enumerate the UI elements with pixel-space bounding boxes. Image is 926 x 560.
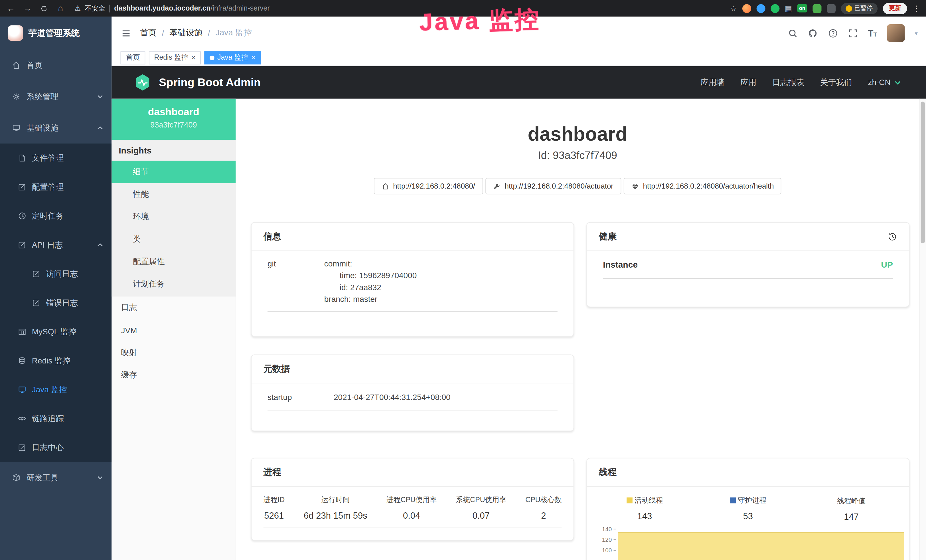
legend-value: 143 bbox=[593, 511, 696, 521]
process-col-proc-cpu: 进程CPU使用率0.04 bbox=[386, 495, 437, 520]
legend-label: 守护进程 bbox=[738, 495, 766, 505]
tab-java-monitor[interactable]: Java 监控× bbox=[204, 51, 261, 64]
avatar-caret-icon[interactable]: ▾ bbox=[915, 30, 918, 36]
breadcrumb-home[interactable]: 首页 bbox=[140, 28, 157, 38]
process-table: 进程ID5261 运行时间6d 23h 15m 59s 进程CPU使用率0.04… bbox=[263, 487, 562, 528]
chevron-down-icon bbox=[97, 93, 103, 100]
extension-green-icon[interactable] bbox=[770, 4, 779, 12]
threads-card: 线程 活动线程 143 守护进程 53 线程峰值 147 140 120 100 bbox=[586, 458, 909, 560]
sidebar-item-tracing[interactable]: 链路追踪 bbox=[0, 404, 112, 433]
font-size-icon[interactable]: TT bbox=[868, 28, 877, 38]
legend-blue-swatch bbox=[729, 498, 735, 504]
sidebar-item-log-center[interactable]: 日志中心 bbox=[0, 433, 112, 462]
threads-chart: 140 120 100 bbox=[595, 529, 905, 560]
extension-grid-icon[interactable]: ▦ bbox=[785, 4, 792, 12]
tab-home[interactable]: 首页 bbox=[120, 51, 145, 64]
browser-reload-icon[interactable] bbox=[39, 3, 49, 13]
sba-menu-jvm[interactable]: JVM bbox=[112, 319, 236, 342]
bookmark-star-icon[interactable]: ☆ bbox=[730, 4, 737, 12]
not-secure-warning-icon: ⚠ bbox=[74, 4, 81, 12]
sba-menu-classes[interactable]: 类 bbox=[112, 228, 236, 250]
fullscreen-icon[interactable] bbox=[848, 28, 858, 38]
help-icon[interactable] bbox=[828, 28, 838, 38]
scrollbar-thumb[interactable] bbox=[921, 101, 924, 243]
extension-fox-icon[interactable] bbox=[742, 4, 751, 12]
sidebar-item-system-management[interactable]: 系统管理 bbox=[0, 81, 112, 112]
sba-instance-header[interactable]: dashboard 93a3fc7f7409 bbox=[112, 99, 236, 140]
paused-badge[interactable]: 已暂停 bbox=[841, 3, 878, 14]
link-label: http://192.168.0.2:48080/actuator/health bbox=[643, 182, 774, 190]
sidebar-item-error-logs[interactable]: 错误日志 bbox=[0, 288, 112, 317]
history-icon[interactable] bbox=[888, 232, 897, 241]
hamburger-icon[interactable] bbox=[121, 28, 131, 38]
metadata-card: 元数据 startup 2021-04-27T00:44:31.254+08:0… bbox=[251, 354, 574, 431]
sidebar-item-file-management[interactable]: 文件管理 bbox=[0, 144, 112, 172]
sba-navbar: Spring Boot Admin 应用墙 应用 日志报表 关于我们 zh-CN bbox=[112, 66, 926, 99]
extensions-puzzle-icon[interactable] bbox=[826, 4, 835, 12]
y-tick: 120 bbox=[595, 537, 612, 543]
metadata-key: startup bbox=[268, 392, 334, 403]
sba-menu-metrics[interactable]: 性能 bbox=[112, 183, 236, 206]
edit-icon bbox=[18, 183, 27, 191]
sba-nav-wallboard[interactable]: 应用墙 bbox=[701, 77, 724, 88]
sidebar-item-redis-monitor[interactable]: Redis 监控 bbox=[0, 346, 112, 375]
sba-language-select[interactable]: zh-CN bbox=[868, 78, 902, 87]
tab-redis-monitor[interactable]: Redis 监控× bbox=[149, 51, 201, 64]
browser-menu-icon[interactable]: ⋮ bbox=[912, 4, 920, 12]
close-icon[interactable]: × bbox=[251, 54, 256, 61]
sba-menu-details[interactable]: 细节 bbox=[112, 160, 236, 183]
chevron-down-icon bbox=[97, 474, 103, 481]
breadcrumb-separator: / bbox=[208, 28, 210, 38]
col-value: 2 bbox=[525, 510, 561, 520]
breadcrumb-infrastructure[interactable]: 基础设施 bbox=[169, 28, 203, 38]
sba-nav-journal[interactable]: 日志报表 bbox=[772, 77, 804, 88]
sba-sidebar: dashboard 93a3fc7f7409 Insights 细节 性能 环境… bbox=[112, 99, 236, 560]
instance-health-link[interactable]: http://192.168.0.2:48080/actuator/health bbox=[623, 178, 781, 194]
link-label: http://192.168.0.2:48080/ bbox=[393, 182, 475, 190]
sba-menu-environment[interactable]: 环境 bbox=[112, 206, 236, 228]
col-header: 进程ID bbox=[263, 495, 285, 505]
browser-forward-icon[interactable]: → bbox=[23, 3, 33, 13]
extension-leaf-icon[interactable] bbox=[812, 4, 821, 12]
sba-menu-config-props[interactable]: 配置属性 bbox=[112, 250, 236, 273]
sidebar-item-config-management[interactable]: 配置管理 bbox=[0, 173, 112, 201]
sidebar-item-mysql-monitor[interactable]: MySQL 监控 bbox=[0, 317, 112, 346]
browser-home-icon[interactable]: ⌂ bbox=[56, 3, 66, 13]
sba-menu-caches[interactable]: 缓存 bbox=[112, 364, 236, 387]
tab-label: Java 监控 bbox=[217, 53, 248, 62]
search-icon[interactable] bbox=[788, 28, 798, 38]
sidebar-item-label: 系统管理 bbox=[27, 91, 59, 102]
browser-update-button[interactable]: 更新 bbox=[883, 3, 907, 14]
breadcrumb-separator: / bbox=[162, 28, 164, 38]
sba-nav-about[interactable]: 关于我们 bbox=[820, 77, 852, 88]
col-header: 运行时间 bbox=[304, 495, 367, 505]
legend-value: 53 bbox=[696, 511, 799, 521]
sba-nav-applications[interactable]: 应用 bbox=[740, 77, 756, 88]
sidebar-item-scheduled-jobs[interactable]: 定时任务 bbox=[0, 201, 112, 230]
sidebar-item-java-monitor[interactable]: Java 监控 bbox=[0, 375, 112, 404]
sba-brand[interactable]: Spring Boot Admin bbox=[112, 73, 261, 92]
sidebar-item-api-logs[interactable]: API 日志 bbox=[0, 230, 112, 259]
browser-back-icon[interactable]: ← bbox=[6, 3, 16, 13]
sba-menu-mappings[interactable]: 映射 bbox=[112, 342, 236, 364]
col-value: 0.07 bbox=[456, 510, 507, 520]
user-avatar[interactable] bbox=[887, 24, 905, 42]
instance-actuator-link[interactable]: http://192.168.0.2:48080/actuator bbox=[485, 178, 621, 194]
sba-menu-scheduled-tasks[interactable]: 计划任务 bbox=[112, 273, 236, 295]
sidebar-item-access-logs[interactable]: 访问日志 bbox=[0, 259, 112, 288]
sidebar-item-home[interactable]: 首页 bbox=[0, 50, 112, 81]
paused-label: 已暂停 bbox=[854, 4, 873, 12]
extension-on-badge[interactable]: on bbox=[797, 4, 807, 12]
extension-blue-icon[interactable] bbox=[756, 4, 765, 12]
col-value: 5261 bbox=[263, 510, 285, 520]
address-bar[interactable]: ⚠ 不安全 dashboard.yudao.iocoder.cn/infra/a… bbox=[74, 4, 270, 12]
sidebar-item-dev-tools[interactable]: 研发工具 bbox=[0, 462, 112, 493]
instance-home-link[interactable]: http://192.168.0.2:48080/ bbox=[374, 178, 483, 194]
sidebar-item-infrastructure[interactable]: 基础设施 bbox=[0, 112, 112, 144]
edit-icon bbox=[32, 269, 41, 278]
close-icon[interactable]: × bbox=[191, 54, 196, 61]
legend-value: 147 bbox=[800, 512, 903, 522]
sba-menu-logs[interactable]: 日志 bbox=[112, 297, 236, 319]
page-scrollbar bbox=[919, 99, 926, 560]
github-icon[interactable] bbox=[808, 28, 818, 38]
